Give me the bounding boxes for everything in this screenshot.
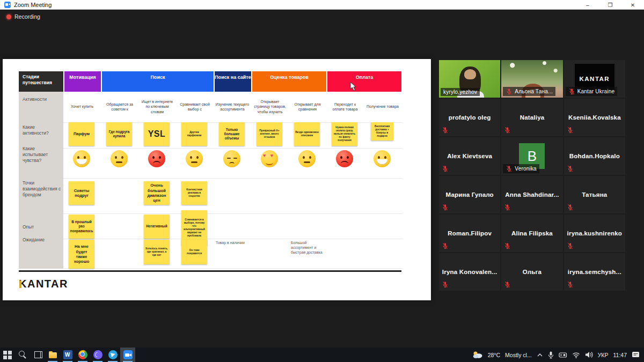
muted-mic-icon (442, 127, 449, 134)
taskbar-app-button[interactable] (0, 348, 15, 362)
participant-tile[interactable]: Kseniia.Kovalska (564, 99, 625, 136)
weather-condition[interactable]: Mostly cl... (505, 352, 532, 358)
sticky-note: Везде одинаковое описание (294, 122, 320, 146)
participant-tile[interactable]: Nataliya (501, 99, 562, 136)
camera-device-icon[interactable] (559, 352, 567, 358)
feeling-emoji (111, 150, 128, 167)
minimize-button[interactable]: – (576, 0, 599, 10)
kantar-logo: KANTAR (19, 278, 68, 290)
sticky-note: Парфум (69, 122, 94, 146)
muted-mic-icon (568, 88, 575, 95)
muted-mic-icon (567, 127, 574, 134)
speaker-icon[interactable] (585, 351, 593, 358)
sticky-note: Прекрасный А+ контент, много отзывов (257, 122, 282, 146)
muted-mic-icon (504, 281, 511, 288)
gridline (63, 148, 402, 149)
participant-tile[interactable]: Альона Тана... (501, 60, 562, 98)
weather-temp[interactable]: 28°C (488, 352, 500, 358)
muted-mic-icon (504, 127, 511, 134)
app-icon (48, 350, 57, 359)
journey-corner-header: Стадии путешествия (19, 71, 63, 92)
participant-tile[interactable]: iryna.kushnirenko (564, 215, 625, 252)
zoom-logo-icon (4, 2, 11, 8)
gridline (63, 239, 402, 239)
sticky-note: Другим парфюмом (181, 122, 207, 146)
app-icon (33, 350, 42, 359)
participant-name-label: Kantar Ukraine (566, 87, 618, 96)
close-button[interactable]: ✕ (621, 0, 644, 10)
expectation-text: Товар в наличии (216, 240, 251, 245)
participant-tile[interactable]: Bohdan.Hopkalo (564, 137, 625, 175)
muted-mic-icon (504, 242, 511, 249)
participant-tile[interactable]: Татьяна (564, 176, 625, 213)
activity-cell: Хочет купить (63, 92, 101, 121)
microphone-icon[interactable] (548, 351, 554, 359)
maximize-button[interactable]: ❐ (599, 0, 621, 10)
app-icon (78, 350, 87, 359)
participant-name-label: Альона Тана... (503, 87, 555, 96)
stage-header: Поиск на сайте (214, 71, 251, 92)
expectation-text: Большой ассортимент и быстрая доставка (291, 240, 326, 255)
participant-tile[interactable]: Alex Kievtseva (439, 137, 500, 175)
row-label: Опыт (23, 224, 61, 230)
muted-mic-icon (506, 165, 513, 172)
participant-tile[interactable]: Ольга (501, 253, 562, 291)
action-center-icon[interactable] (632, 351, 640, 358)
taskbar-apps (0, 348, 135, 362)
wifi-icon[interactable] (572, 352, 580, 358)
gridline (63, 268, 402, 269)
participant-tile[interactable]: Anna Shahdinar... (501, 176, 562, 213)
recording-label: Recording (14, 13, 40, 20)
feeling-emoji (374, 150, 391, 167)
taskbar-app-button[interactable] (120, 348, 135, 362)
sticky-note: В прошлый раз понравилось (69, 215, 94, 239)
taskbar-app-button[interactable] (105, 348, 120, 362)
sticky-note: Негативный (144, 215, 170, 239)
row-label: Какие активности? (23, 124, 61, 136)
taskbar-app-button[interactable] (75, 348, 90, 362)
participant-tile[interactable]: kyrylo.yezhov (439, 60, 500, 98)
participant-grid: kyrylo.yezhov Альона Тана... (439, 60, 625, 291)
tray-chevron-up-icon[interactable] (537, 352, 543, 358)
participant-tile[interactable]: Iryna Konovalen... (439, 253, 500, 291)
zoom-meeting-window: Zoom Meeting – ❐ ✕ Recording Стадии путе… (0, 0, 644, 362)
weather-icon[interactable] (472, 351, 483, 359)
taskbar-app-button[interactable] (90, 348, 105, 362)
participant-tile[interactable]: B Veronika (501, 137, 562, 175)
app-icon (93, 350, 103, 359)
participant-tile[interactable]: iryna.semchysh... (564, 253, 625, 291)
taskbar-app-button[interactable] (30, 348, 45, 362)
sticky-note: На мне будет также хорошо (69, 240, 94, 269)
sticky-note: Бесплатная доставка + бонусы в подарок (371, 122, 393, 141)
participant-tile[interactable]: KANTAR Kantar Ukraine (564, 60, 625, 98)
app-icon (108, 350, 118, 359)
taskbar-app-button[interactable] (45, 348, 60, 362)
feeling-emoji (261, 150, 278, 167)
window-title: Zoom Meeting (14, 2, 52, 8)
app-icon (3, 350, 12, 359)
participant-name-label: Veronika (503, 164, 539, 173)
row-label: Какие испытывает чувства? (23, 146, 61, 164)
activity-cell: Получение товара (364, 92, 401, 121)
sticky-note: YSL (144, 122, 170, 146)
language-indicator[interactable]: УКР (598, 352, 609, 358)
muted-mic-icon (567, 204, 574, 211)
taskbar-app-button[interactable] (15, 348, 30, 362)
sticky-note: Только большие объемы (219, 122, 245, 146)
feeling-emoji (223, 150, 240, 167)
participant-tile[interactable]: Марина Гупало (439, 176, 500, 213)
muted-mic-icon (442, 204, 449, 211)
feeling-emoji (73, 150, 90, 167)
participant-tile[interactable]: Alina Filipska (501, 215, 562, 252)
kantar-logo-accent (19, 280, 21, 288)
recording-dot-icon (6, 14, 11, 19)
feeling-emoji (186, 150, 203, 167)
participant-tile[interactable]: Roman.Filipov (439, 215, 500, 252)
sticky-note: Он тоже понравится (181, 240, 207, 264)
clock[interactable]: 11:47 (613, 352, 627, 358)
participant-tile[interactable]: profatylo oleg (439, 99, 500, 136)
activity-cell: Открывает страницу товаров, чтобы изучит… (251, 92, 289, 121)
taskbar-app-button[interactable] (60, 348, 75, 362)
recording-indicator: Recording (6, 13, 40, 20)
gridline (63, 178, 402, 179)
